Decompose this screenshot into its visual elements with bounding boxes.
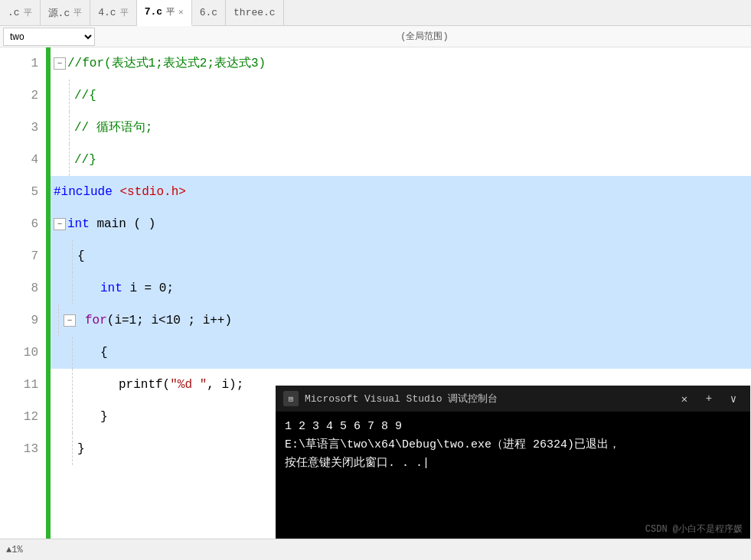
code-line-4: //} [51,144,751,176]
tab-source-c[interactable]: 源.c 平 [41,0,91,26]
code-text-7: { [73,240,85,272]
tab-dot-c[interactable]: .c 平 [0,0,41,26]
console-title: Microsoft Visual Studio 调试控制台 [305,392,669,405]
code-line-9: − for(i=1; i<10 ; i++) [51,304,751,337]
status-bar: ▲1% [0,539,751,560]
code-line-3: // 循环语句; [51,112,751,144]
code-text-4: //} [70,144,96,176]
tab-7c-close[interactable]: ✕ [178,7,184,17]
line-numbers: 1 2 3 4 5 6 7 8 9 10 11 12 13 [0,47,46,539]
line-num-12: 12 [0,401,38,433]
line-num-6: 6 [0,208,38,240]
code-text-6: int main ( ) [67,208,155,240]
tab-source-c-label: 源.c [48,6,70,20]
line-num-3: 3 [0,112,38,144]
console-app-icon: ⊞ [283,391,299,406]
collapse-icon-1[interactable]: − [54,57,66,70]
collapse-icon-6[interactable]: − [54,218,66,230]
console-titlebar: ⊞ Microsoft Visual Studio 调试控制台 ✕ + ∨ [276,386,750,412]
tab-dot-c-label: .c [8,7,20,18]
line-num-5: 5 [0,176,38,208]
tab-6c-label: 6.c [200,7,217,18]
line-num-9: 9 [0,304,38,337]
console-output-line1: 1 2 3 4 5 6 7 8 9 [285,418,741,436]
console-close-btn[interactable]: ✕ [675,389,694,408]
tab-4c-suffix: 平 [120,7,129,18]
tab-4c[interactable]: 4.c 平 [90,0,136,26]
console-window: ⊞ Microsoft Visual Studio 调试控制台 ✕ + ∨ 1 … [276,386,750,539]
console-chevron-btn[interactable]: ∨ [724,389,743,408]
code-text-2: //{ [70,80,96,112]
zoom-level: ▲1% [6,545,23,555]
line-num-1: 1 [0,47,38,80]
line-num-11: 11 [0,369,38,401]
code-line-6: − int main ( ) [51,208,751,240]
line-num-7: 7 [0,240,38,272]
code-text-11: printf("%d ", i); [73,369,243,401]
console-body: 1 2 3 4 5 6 7 8 9 E:\草语言\two\x64\Debug\t… [276,412,750,519]
console-add-btn[interactable]: + [700,389,718,408]
tab-7c[interactable]: 7.c 平 ✕ [137,0,192,26]
line-num-13: 13 [0,433,38,465]
line-num-8: 8 [0,272,38,304]
console-watermark: CSDN @小白不是程序媛 [276,519,750,539]
tab-source-c-suffix: 平 [73,7,82,18]
code-line-8: int i = 0; [51,272,751,304]
scope-label: (全局范围) [396,30,452,43]
tab-dot-c-suffix: 平 [24,7,32,18]
tab-4c-label: 4.c [98,7,116,18]
code-text-9: for(i=1; i<10 ; i++) [77,304,232,337]
tab-7c-suffix: 平 [166,6,175,18]
code-line-7: { [51,240,751,272]
collapse-icon-9[interactable]: − [64,314,76,327]
code-text-12: } [73,401,108,433]
code-text-10: { [73,337,108,369]
tab-three-c[interactable]: three.c [226,0,284,26]
code-line-1: − //for(表达式1;表达式2;表达式3) [51,47,751,80]
code-text-8: int i = 0; [73,272,174,304]
tab-7c-label: 7.c [145,6,162,18]
code-line-2: //{ [51,80,751,112]
line-num-10: 10 [0,337,38,369]
console-output-line3: 按任意键关闭此窗口. . .| [285,454,741,473]
toolbar-row: two (全局范围) [0,26,751,47]
console-output-line2: E:\草语言\two\x64\Debug\two.exe（进程 26324)已退… [285,436,741,454]
line-num-4: 4 [0,144,38,176]
tab-bar: .c 平 源.c 平 4.c 平 7.c 平 ✕ 6.c three.c [0,0,751,26]
tab-three-c-label: three.c [233,7,276,18]
tab-6c[interactable]: 6.c [192,0,226,26]
code-line-5: #include <stdio.h> [51,176,751,208]
code-text-5: #include <stdio.h> [54,176,186,208]
code-text-13: } [73,433,85,465]
code-text-1: //for(表达式1;表达式2;表达式3) [67,47,266,80]
code-text-3: // 循环语句; [70,112,152,144]
code-line-10: { [51,337,751,369]
line-num-2: 2 [0,80,38,112]
scope-dropdown[interactable]: two [3,28,95,46]
